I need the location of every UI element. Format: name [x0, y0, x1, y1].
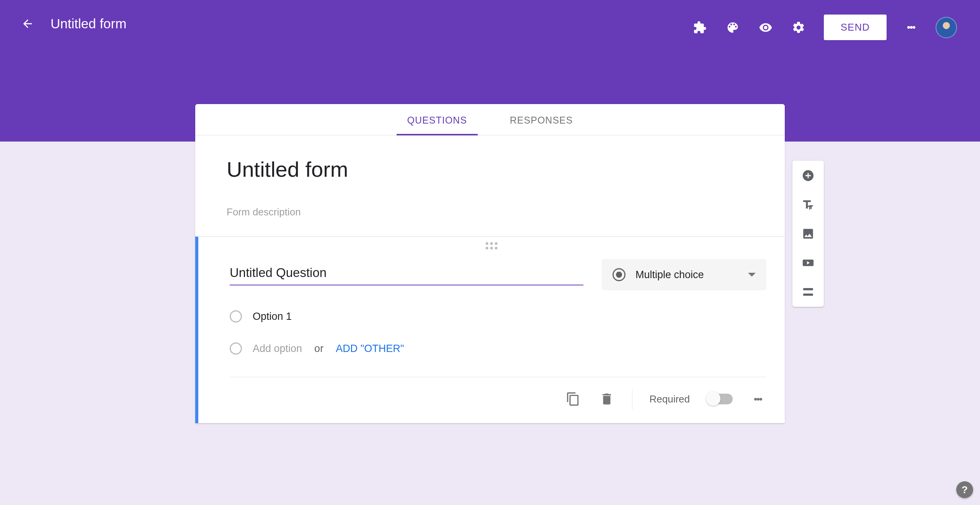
gear-icon	[792, 21, 805, 34]
question-title-input[interactable]	[230, 264, 583, 285]
arrow-back-icon	[21, 17, 34, 30]
question-type-label: Multiple choice	[635, 269, 738, 281]
form-description-input[interactable]: Form description	[227, 206, 753, 218]
radio-outline-icon	[230, 310, 242, 323]
help-icon: ?	[962, 484, 968, 496]
add-option-row: Add option or ADD "OTHER"	[230, 342, 766, 355]
radio-icon	[612, 268, 626, 281]
drag-handle[interactable]	[486, 242, 498, 249]
option-label[interactable]: Option 1	[253, 311, 292, 323]
help-button[interactable]: ?	[956, 481, 973, 498]
eye-icon	[759, 21, 773, 34]
or-text: or	[314, 343, 323, 355]
question-card[interactable]: Multiple choice Option 1 Add option or A…	[195, 236, 785, 423]
video-icon	[802, 256, 815, 269]
more-options-button[interactable]	[904, 21, 918, 34]
add-video-button[interactable]	[799, 254, 817, 272]
copy-icon	[566, 392, 580, 406]
text-icon	[802, 198, 815, 211]
divider	[632, 389, 632, 409]
back-arrow-button[interactable]	[18, 15, 37, 33]
document-title[interactable]: Untitled form	[51, 15, 126, 31]
add-other-button[interactable]: ADD "OTHER"	[336, 343, 404, 355]
options-list: Option 1 Add option or ADD "OTHER"	[198, 290, 785, 377]
question-footer: Required	[230, 377, 766, 423]
form-title-input[interactable]: Untitled form	[227, 157, 753, 182]
plus-circle-icon	[802, 169, 815, 182]
option-row[interactable]: Option 1	[230, 310, 766, 323]
theme-button[interactable]	[725, 20, 740, 35]
tab-responses[interactable]: RESPONSES	[507, 115, 576, 135]
required-toggle[interactable]	[707, 394, 733, 404]
preview-button[interactable]	[758, 20, 773, 35]
form-canvas: QUESTIONS RESPONSES Untitled form Form d…	[195, 104, 785, 423]
account-avatar[interactable]	[936, 17, 957, 38]
settings-button[interactable]	[791, 20, 806, 35]
top-actions: SEND	[692, 15, 957, 40]
form-header-card: QUESTIONS RESPONSES Untitled form Form d…	[195, 104, 785, 236]
tab-questions[interactable]: QUESTIONS	[404, 115, 470, 135]
radio-outline-icon	[230, 342, 242, 355]
side-toolbar	[792, 161, 824, 307]
add-question-button[interactable]	[799, 167, 817, 184]
chevron-down-icon	[748, 273, 756, 277]
question-more-button[interactable]	[750, 391, 766, 407]
send-button[interactable]: SEND	[824, 15, 887, 40]
add-image-button[interactable]	[799, 225, 817, 243]
image-icon	[802, 227, 815, 240]
title-section: Untitled form Form description	[195, 135, 785, 236]
question-type-dropdown[interactable]: Multiple choice	[602, 259, 766, 290]
add-option-placeholder[interactable]: Add option	[253, 343, 302, 355]
palette-icon	[726, 21, 740, 34]
duplicate-button[interactable]	[565, 391, 581, 407]
top-bar: Untitled form SEND	[0, 0, 980, 50]
add-title-button[interactable]	[799, 196, 817, 213]
tab-bar: QUESTIONS RESPONSES	[195, 104, 785, 135]
required-label: Required	[649, 393, 690, 405]
puzzle-icon	[693, 21, 707, 34]
add-section-button[interactable]	[799, 283, 817, 301]
addons-button[interactable]	[692, 20, 707, 35]
trash-icon	[599, 392, 614, 406]
delete-button[interactable]	[598, 391, 615, 407]
section-icon	[802, 285, 815, 298]
